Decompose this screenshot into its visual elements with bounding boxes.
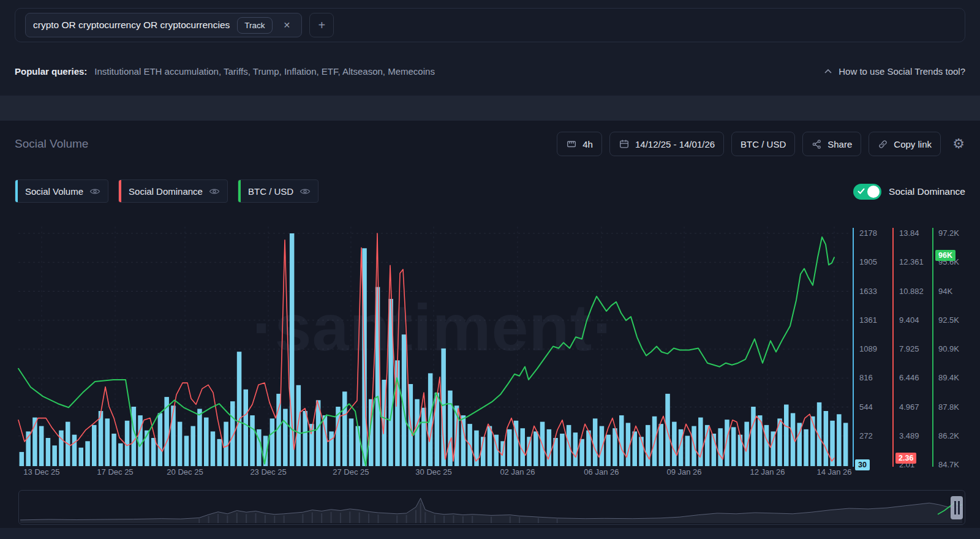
- help-link[interactable]: How to use Social Trends tool?: [824, 66, 965, 77]
- volume-bar[interactable]: [39, 426, 44, 466]
- social-dominance-toggle[interactable]: [853, 184, 881, 200]
- volume-bar[interactable]: [725, 420, 729, 466]
- settings-gear-button[interactable]: ⚙: [948, 132, 969, 156]
- volume-bar[interactable]: [151, 438, 156, 466]
- volume-bar[interactable]: [507, 429, 512, 466]
- copy-link-button[interactable]: Copy link: [869, 132, 941, 156]
- volume-bar[interactable]: [685, 436, 690, 467]
- volume-bar[interactable]: [158, 413, 163, 467]
- volume-bar[interactable]: [448, 391, 453, 466]
- volume-bar[interactable]: [606, 435, 611, 466]
- volume-bar[interactable]: [764, 425, 769, 466]
- volume-bar[interactable]: [356, 426, 361, 466]
- volume-bar[interactable]: [257, 429, 262, 466]
- volume-bar[interactable]: [197, 409, 202, 467]
- volume-bar[interactable]: [579, 439, 584, 466]
- volume-bar[interactable]: [527, 437, 532, 466]
- volume-bar[interactable]: [573, 432, 578, 466]
- volume-bar[interactable]: [646, 425, 650, 466]
- volume-bar[interactable]: [250, 415, 255, 466]
- volume-bar[interactable]: [105, 418, 110, 466]
- volume-bar[interactable]: [303, 411, 307, 466]
- volume-bar[interactable]: [567, 425, 571, 466]
- volume-bar[interactable]: [118, 443, 123, 466]
- volume-bar[interactable]: [20, 452, 24, 466]
- volume-bar[interactable]: [171, 405, 176, 466]
- volume-bar[interactable]: [349, 418, 354, 466]
- date-range-button[interactable]: 14/12/25 - 14/01/26: [609, 132, 724, 156]
- volume-bar[interactable]: [698, 418, 703, 466]
- eye-icon[interactable]: [89, 187, 100, 195]
- scrubber-handle[interactable]: [951, 496, 963, 519]
- search-bar[interactable]: crypto OR cryptocurrency OR cryptocurren…: [15, 8, 965, 42]
- volume-bar[interactable]: [435, 393, 440, 466]
- legend-chip-social-volume[interactable]: Social Volume: [15, 179, 108, 203]
- volume-bar[interactable]: [52, 445, 57, 466]
- x-tick-label: 27 Dec 25: [323, 467, 379, 477]
- volume-bar[interactable]: [184, 436, 189, 467]
- volume-bar[interactable]: [237, 352, 242, 466]
- volume-bar[interactable]: [85, 441, 90, 466]
- volume-bar[interactable]: [731, 427, 736, 466]
- legend-chip-social-dominance[interactable]: Social Dominance: [118, 179, 228, 203]
- popular-queries-list[interactable]: Institutional ETH accumulation, Tariffs,…: [94, 66, 435, 77]
- volume-bar[interactable]: [837, 414, 842, 466]
- search-query[interactable]: crypto OR cryptocurrency OR cryptocurren…: [33, 20, 230, 31]
- volume-bar[interactable]: [659, 424, 664, 466]
- add-query-button[interactable]: +: [309, 13, 334, 37]
- legend-chip-btc-usd[interactable]: BTC / USD: [238, 179, 318, 203]
- query-chip[interactable]: crypto OR cryptocurrency OR cryptocurren…: [25, 13, 302, 37]
- volume-bar[interactable]: [138, 415, 143, 466]
- interval-button[interactable]: 4h: [557, 132, 602, 156]
- volume-bar[interactable]: [329, 431, 334, 466]
- share-button[interactable]: Share: [802, 132, 861, 156]
- volume-bar[interactable]: [784, 405, 789, 467]
- volume-bar[interactable]: [751, 407, 756, 466]
- chart-canvas[interactable]: [0, 221, 980, 478]
- volume-bar[interactable]: [290, 233, 295, 466]
- track-button[interactable]: Track: [237, 17, 272, 34]
- volume-bar[interactable]: [178, 422, 183, 466]
- volume-bar[interactable]: [633, 431, 638, 466]
- bottom-strip: [0, 528, 980, 539]
- pair-button[interactable]: BTC / USD: [731, 132, 795, 156]
- volume-bar[interactable]: [190, 426, 195, 466]
- volume-bar[interactable]: [244, 390, 249, 466]
- volume-bar[interactable]: [718, 428, 723, 466]
- volume-bar[interactable]: [204, 418, 209, 466]
- volume-bar[interactable]: [672, 422, 677, 466]
- volume-bar[interactable]: [560, 434, 565, 466]
- volume-bar[interactable]: [342, 391, 347, 466]
- volume-bar[interactable]: [665, 394, 670, 466]
- volume-bar[interactable]: [72, 435, 77, 466]
- volume-bar[interactable]: [296, 385, 301, 466]
- volume-bar[interactable]: [744, 422, 749, 466]
- volume-bar[interactable]: [843, 423, 848, 466]
- volume-bar[interactable]: [92, 425, 97, 466]
- timeline-scrubber[interactable]: [18, 490, 965, 525]
- volume-bar[interactable]: [217, 439, 222, 466]
- volume-bar[interactable]: [79, 448, 84, 466]
- volume-bar[interactable]: [547, 429, 552, 466]
- volume-bar[interactable]: [600, 426, 605, 466]
- volume-bar[interactable]: [824, 411, 829, 466]
- volume-bar[interactable]: [804, 429, 809, 466]
- volume-bar[interactable]: [593, 418, 598, 466]
- volume-bar[interactable]: [111, 434, 116, 466]
- volume-bar[interactable]: [59, 431, 64, 466]
- volume-bar[interactable]: [224, 422, 228, 466]
- eye-icon[interactable]: [300, 187, 311, 195]
- chart-region[interactable]: ·santiment· 2178190516331361108981654427…: [0, 221, 980, 478]
- eye-icon[interactable]: [209, 187, 220, 195]
- volume-bar[interactable]: [283, 409, 288, 467]
- volume-bar[interactable]: [270, 418, 275, 466]
- volume-bar[interactable]: [46, 438, 51, 466]
- volume-bar[interactable]: [738, 435, 743, 466]
- volume-bar[interactable]: [488, 426, 492, 466]
- volume-bar[interactable]: [441, 349, 446, 466]
- volume-bar[interactable]: [211, 431, 216, 466]
- volume-bar[interactable]: [533, 431, 538, 466]
- close-icon[interactable]: ✕: [280, 19, 295, 31]
- volume-bar[interactable]: [619, 415, 624, 466]
- volume-bar[interactable]: [125, 421, 130, 466]
